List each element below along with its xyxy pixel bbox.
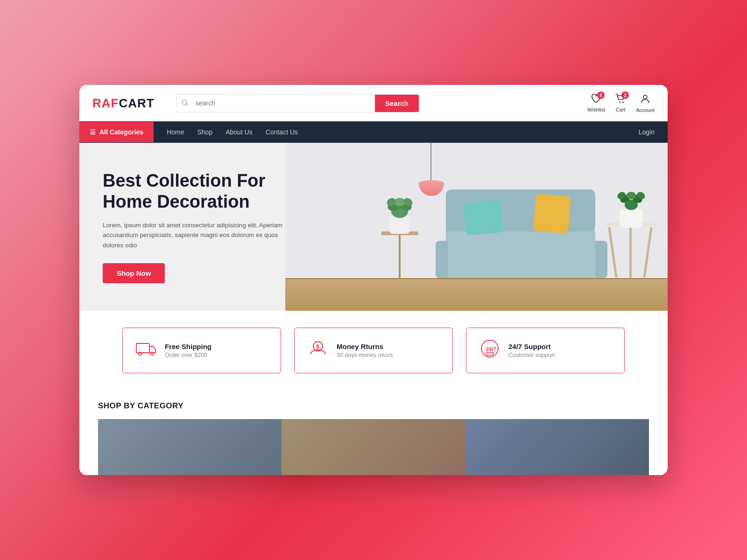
feature-subtitle-returns: 30 days money returs xyxy=(337,352,393,358)
search-bar: Search xyxy=(176,94,419,112)
nav-about[interactable]: About Us xyxy=(226,128,253,136)
svg-point-14 xyxy=(627,192,636,199)
hero-title: Best Collection For Home Decoration xyxy=(103,170,289,213)
side-table-left xyxy=(381,231,418,278)
lamp-cord xyxy=(430,143,431,185)
category-item-1[interactable] xyxy=(98,419,282,475)
money-icon: $ xyxy=(308,340,328,361)
logo-cart: CART xyxy=(119,96,154,110)
svg-text:$: $ xyxy=(316,343,319,350)
category-item-2[interactable] xyxy=(282,419,465,475)
nav-shop[interactable]: Shop xyxy=(197,128,213,136)
search-magnifier-icon xyxy=(177,99,193,107)
login-link[interactable]: Login xyxy=(626,122,668,142)
logo: RAFCART xyxy=(92,96,167,111)
feature-title-shipping: Free Shipping xyxy=(165,343,211,350)
hero-section: Best Collection For Home Decoration Lore… xyxy=(79,143,668,311)
all-categories-label: All Categories xyxy=(99,128,143,136)
svg-point-4 xyxy=(643,95,647,99)
category-item-3[interactable] xyxy=(465,419,649,475)
cart-icon: 2 xyxy=(615,94,626,106)
svg-rect-17 xyxy=(136,343,149,353)
logo-raf: RAF xyxy=(92,96,119,110)
shop-by-category-section: SHOP BY CATEGORY xyxy=(79,390,668,475)
feature-title-returns: Money Rturns xyxy=(337,343,393,350)
header: RAFCART Search 6 Wishlist 2 xyxy=(79,85,668,121)
feature-subtitle-support: Customer support xyxy=(508,352,555,358)
feature-money-returns: $ Money Rturns 30 days money returs xyxy=(294,328,453,373)
truck-icon xyxy=(136,341,156,360)
svg-point-3 xyxy=(622,102,624,103)
cushion-teal xyxy=(463,200,503,236)
wishlist-badge: 6 xyxy=(597,91,605,99)
hero-content: Best Collection For Home Decoration Lore… xyxy=(79,147,313,307)
cart-button[interactable]: 2 Cart xyxy=(615,94,626,112)
nav-home[interactable]: Home xyxy=(167,128,184,136)
feature-text: Money Rturns 30 days money returs xyxy=(337,343,393,358)
shop-category-title: SHOP BY CATEGORY xyxy=(98,401,649,411)
search-button[interactable]: Search xyxy=(375,95,419,112)
nav-links: Home Shop About Us Contact Us xyxy=(154,121,311,143)
cart-label: Cart xyxy=(616,107,626,112)
svg-line-1 xyxy=(186,104,188,105)
nav-contact[interactable]: Contact Us xyxy=(266,128,298,136)
plant-leaves-right xyxy=(617,187,646,210)
feature-text: Free Shipping Order over $200 xyxy=(165,343,211,358)
sofa-arm-left xyxy=(436,241,448,278)
wishlist-button[interactable]: 6 Wishlist xyxy=(587,94,605,112)
features-section: Free Shipping Order over $200 $ Money Rt… xyxy=(79,311,668,390)
wishlist-label: Wishlist xyxy=(587,107,605,112)
hero-description: Lorem, ipsum dolor sit amet consectetur … xyxy=(103,220,289,251)
cushion-yellow xyxy=(533,194,571,234)
feature-subtitle-shipping: Order over $200 xyxy=(165,352,211,358)
floor xyxy=(285,278,668,311)
support-icon: 24/7 xyxy=(479,338,500,363)
hero-background xyxy=(285,143,668,311)
header-actions: 6 Wishlist 2 Cart Account xyxy=(587,93,655,113)
browser-window: RAFCART Search 6 Wishlist 2 xyxy=(79,85,668,475)
cart-badge: 2 xyxy=(621,91,629,99)
svg-point-8 xyxy=(394,198,405,206)
hamburger-icon: ☰ xyxy=(90,128,96,136)
search-input[interactable] xyxy=(193,95,375,112)
svg-rect-24 xyxy=(486,352,493,355)
svg-point-2 xyxy=(619,102,620,103)
user-icon xyxy=(640,93,650,106)
plant-pot-right xyxy=(620,209,643,228)
navbar: ☰ All Categories Home Shop About Us Cont… xyxy=(79,121,668,143)
side-table-right xyxy=(605,222,656,278)
feature-free-shipping: Free Shipping Order over $200 xyxy=(122,328,281,373)
plant-pot-left xyxy=(389,217,410,234)
hero-scene xyxy=(285,143,668,311)
shop-now-button[interactable]: Shop Now xyxy=(103,263,165,283)
all-categories-button[interactable]: ☰ All Categories xyxy=(79,122,154,142)
feature-title-support: 24/7 Support xyxy=(508,343,555,350)
account-button[interactable]: Account xyxy=(636,93,655,113)
svg-text:24/7: 24/7 xyxy=(486,346,496,352)
plant-leaves-left xyxy=(385,193,415,218)
feature-text: 24/7 Support Customer support xyxy=(508,343,555,358)
heart-icon: 6 xyxy=(591,94,601,106)
category-grid xyxy=(98,419,649,475)
account-label: Account xyxy=(636,107,655,113)
feature-support: 24/7 24/7 Support Customer support xyxy=(466,328,625,373)
